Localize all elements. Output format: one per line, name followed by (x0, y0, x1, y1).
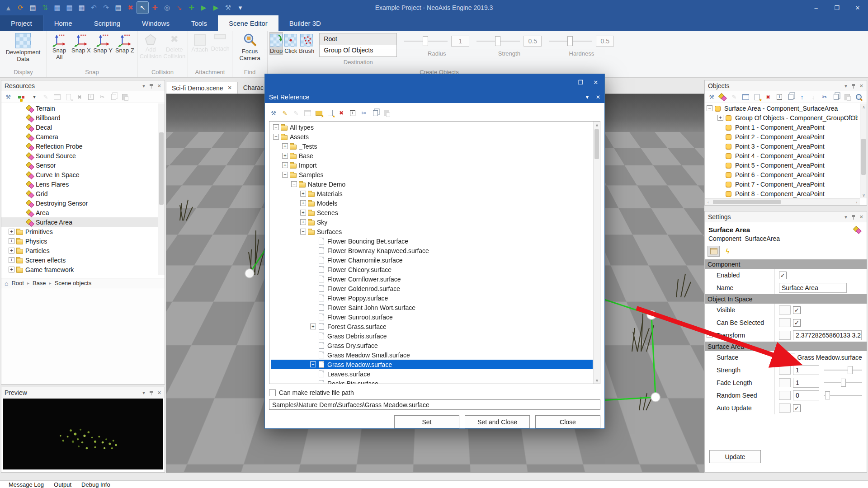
status-tab[interactable]: Message Log (5, 481, 48, 488)
tree-item[interactable]: Destroying Sensor (1, 198, 158, 208)
tree-item[interactable]: + Screen effects (1, 255, 158, 265)
tree-item[interactable]: Point 4 - Component_AreaPoint (705, 151, 860, 160)
ribbon-tab[interactable]: Home (43, 15, 83, 31)
tree-item[interactable]: Grass Dry.surface (271, 341, 593, 350)
visible-checkbox[interactable]: ✓ (793, 306, 801, 314)
run-icon[interactable]: ▶ (210, 2, 222, 14)
copy-icon[interactable] (831, 93, 840, 101)
tree-item[interactable]: Flower Brownray Knapweed.surface (271, 246, 593, 255)
expand-toggle-icon[interactable]: + (9, 267, 14, 272)
relative-path-checkbox[interactable] (269, 389, 276, 396)
resources-scrollbar[interactable] (158, 103, 165, 275)
default-value-box[interactable] (779, 378, 791, 387)
dialog-close-icon[interactable]: ✕ (589, 77, 603, 88)
pin-icon[interactable] (851, 215, 855, 220)
properties-tab-button[interactable] (708, 246, 720, 257)
close-button[interactable]: ✕ (847, 0, 868, 15)
panel-close-icon[interactable]: ✕ (859, 214, 863, 220)
rename-icon[interactable] (348, 109, 357, 117)
undo-icon[interactable]: ↶ (88, 2, 99, 14)
tree-item[interactable]: Reflection Probe (1, 141, 158, 151)
random-seed-field[interactable]: 0 (793, 390, 819, 400)
tree-item[interactable]: Curve In Space (1, 170, 158, 179)
move-down-icon[interactable] (809, 93, 818, 101)
set-and-close-button[interactable]: Set and Close (465, 415, 530, 428)
expand-toggle-icon[interactable]: − (300, 229, 306, 235)
tree-item[interactable]: Flower Poppy.surface (271, 293, 593, 303)
reference-path-input[interactable] (269, 399, 600, 410)
tree-item[interactable]: + All types (271, 122, 593, 132)
app-logo-icon[interactable]: ▲ (3, 2, 14, 14)
scene-tab-active[interactable]: Sci-fi Demo.scene ✕ (166, 82, 238, 94)
rotate-tool-icon[interactable]: ◎ (161, 2, 173, 14)
destination-item[interactable]: Group Of Objects (320, 45, 396, 56)
save-as-icon[interactable]: ▦ (76, 2, 87, 14)
objects-hscrollbar[interactable]: ‹ › (705, 198, 860, 205)
tree-item[interactable]: Flower Saint John Wort.surface (271, 303, 593, 312)
new-resource-icon[interactable]: ▤ (27, 2, 38, 14)
rename-icon[interactable] (775, 93, 784, 101)
panel-close-icon[interactable]: ✕ (157, 83, 161, 89)
tree-item[interactable]: Decal (1, 122, 158, 132)
ribbon-tab[interactable]: Windows (131, 15, 180, 31)
tree-item[interactable]: Grid (1, 189, 158, 198)
expand-toggle-icon[interactable]: + (300, 200, 306, 206)
pin-icon[interactable] (851, 84, 855, 89)
paste-icon[interactable] (382, 109, 391, 117)
expand-toggle-icon[interactable]: − (273, 134, 279, 140)
strength-slider[interactable] (824, 370, 862, 371)
breadcrumb-base[interactable]: Base (33, 280, 46, 286)
attach-button[interactable]: Attach (190, 32, 210, 53)
expand-toggle-icon[interactable]: + (310, 361, 316, 367)
delete-icon[interactable] (764, 93, 773, 101)
expand-toggle-icon[interactable]: + (9, 257, 14, 263)
expand-toggle-icon[interactable]: + (282, 153, 288, 159)
add-collision-button[interactable]: Add Collision (139, 32, 162, 60)
objects-vscrollbar[interactable]: ∧ ∨ (860, 103, 867, 198)
surface-reference-button[interactable]: ▶ (783, 353, 795, 362)
default-value-box[interactable] (779, 366, 791, 375)
status-tab[interactable]: Debug Info (77, 481, 114, 488)
expand-toggle-icon[interactable]: + (300, 191, 306, 197)
default-value-box[interactable] (779, 391, 791, 400)
click-mode-button[interactable]: Click (284, 32, 297, 55)
new-folder-icon[interactable] (314, 109, 323, 117)
tree-item[interactable]: Flower Cornflower.surface (271, 274, 593, 284)
name-field[interactable]: Surface Area (779, 283, 847, 293)
edit-icon[interactable] (41, 93, 50, 101)
home-icon[interactable]: ⌂ (5, 280, 8, 287)
tree-item[interactable]: − Nature Demo (271, 179, 593, 189)
panel-menu-icon[interactable]: ▾ (844, 83, 847, 89)
settings-icon[interactable] (4, 93, 13, 101)
tree-item[interactable]: + Materials (271, 189, 593, 198)
display-options-icon[interactable] (15, 93, 24, 101)
build-tools-icon[interactable]: ⚒ (222, 2, 234, 14)
tree-item[interactable]: + Grass Meadow.surface (271, 360, 593, 369)
tree-item[interactable]: Terrain (1, 103, 158, 113)
update-button[interactable]: Update (709, 450, 761, 463)
development-data-button[interactable]: Development Data (2, 32, 44, 62)
expand-toggle-icon[interactable]: − (282, 172, 288, 178)
edit-icon[interactable] (280, 109, 289, 117)
status-tab[interactable]: Output (50, 481, 75, 488)
redo-icon[interactable]: ↷ (100, 2, 112, 14)
expand-toggle-icon[interactable]: + (273, 124, 279, 130)
maximize-button[interactable]: ❐ (826, 0, 847, 15)
ribbon-tab[interactable]: Project (0, 15, 43, 31)
scene-tab-close-icon[interactable]: ✕ (228, 85, 232, 91)
drop-mode-button[interactable]: Drop (269, 32, 283, 55)
settings-icon[interactable] (269, 109, 278, 117)
set-button[interactable]: Set (394, 415, 459, 428)
tree-item[interactable]: + Primitives (1, 227, 158, 236)
tree-item[interactable]: Flower Chicory.surface (271, 265, 593, 274)
tree-item[interactable]: Point 7 - Component_AreaPoint (705, 179, 860, 189)
snap-button[interactable]: Snap Z (114, 32, 135, 54)
edit-secondary-icon[interactable] (292, 109, 301, 117)
snap-button[interactable]: Snap Y (93, 32, 113, 54)
expand-toggle-icon[interactable]: + (310, 324, 316, 329)
tree-item[interactable]: Rocks Big.surface (271, 379, 593, 384)
move-tool-icon[interactable]: ✚ (149, 2, 160, 14)
surface-reference-value[interactable]: Grass Meadow.surface (797, 354, 862, 361)
random-seed-slider[interactable] (824, 395, 862, 396)
cut-icon[interactable] (820, 93, 829, 101)
